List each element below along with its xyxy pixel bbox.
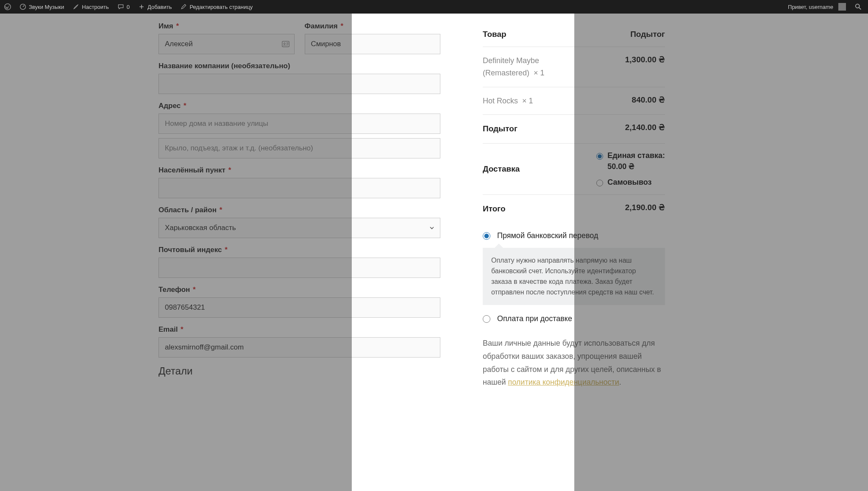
summary-item-price: 1,300.00 ₴ (625, 55, 665, 64)
summary-subtotal-value: 2,140.00 ₴ (625, 122, 665, 132)
svg-point-2 (856, 4, 860, 8)
summary-item-row: Hot Rocks × 1 840.00 ₴ (483, 87, 665, 115)
first-name-input[interactable] (159, 34, 295, 54)
wordpress-icon (4, 3, 11, 10)
postcode-label: Почтовый индекс * (159, 246, 440, 254)
summary-total-row: Итого 2,190.00 ₴ (483, 195, 665, 223)
email-input[interactable] (159, 337, 440, 358)
comments-link[interactable]: 0 (113, 0, 134, 14)
site-name-link[interactable]: Звуки Музыки (15, 0, 68, 14)
contact-card-icon (281, 39, 290, 49)
payment-methods: Прямой банковский перевод Оплату нужно н… (483, 223, 665, 389)
postcode-input[interactable] (159, 258, 440, 278)
greeting-link[interactable]: Привет, username (784, 0, 850, 14)
payment-option-cod[interactable]: Оплата при доставке (483, 308, 665, 329)
first-name-label: Имя * (159, 22, 295, 31)
last-name-input[interactable] (305, 34, 441, 54)
add-new-label: Добавить (147, 4, 172, 10)
shipping-option-label: Самовывоз (607, 178, 651, 187)
shipping-radio-pickup[interactable] (596, 180, 603, 186)
plus-icon (138, 3, 145, 10)
checkout-page: Имя * Фамилия * Название компании (необя… (0, 14, 868, 491)
wp-admin-bar: Звуки Музыки Настроить 0 Добавить Редакт… (0, 0, 868, 14)
city-input[interactable] (159, 178, 440, 198)
shipping-option-pickup[interactable]: Самовывоз (596, 178, 665, 187)
phone-input[interactable] (159, 297, 440, 318)
state-select[interactable]: Харьковская область (159, 218, 440, 238)
phone-label: Телефон * (159, 286, 440, 294)
address-line1-input[interactable] (159, 114, 440, 134)
summary-shipping-row: Доставка Единая ставка: 50.00 ₴ Самовыво… (483, 144, 665, 195)
order-summary: Товар Подытог Definitely Maybe (Remaster… (470, 22, 678, 491)
summary-item-price: 840.00 ₴ (632, 95, 665, 105)
edit-page-link[interactable]: Редактировать страницу (176, 0, 257, 14)
brush-icon (72, 3, 79, 10)
privacy-policy-link[interactable]: политика конфиденциальности (508, 378, 619, 386)
admin-search[interactable] (850, 0, 866, 14)
payment-description: Оплату нужно направлять напрямую на наш … (483, 248, 665, 305)
site-name-label: Звуки Музыки (29, 4, 64, 10)
summary-header-product: Товар (483, 30, 506, 39)
chevron-down-icon (430, 224, 434, 232)
greeting-label: Привет, username (788, 4, 833, 10)
add-new-link[interactable]: Добавить (134, 0, 176, 14)
billing-form: Имя * Фамилия * Название компании (необя… (159, 22, 440, 491)
wp-logo[interactable] (0, 0, 15, 14)
summary-header-subtotal: Подытог (630, 30, 665, 39)
state-selected-value: Харьковская область (165, 224, 236, 232)
last-name-label: Фамилия * (305, 22, 441, 31)
summary-total-label: Итого (483, 203, 506, 215)
city-label: Населённый пункт * (159, 166, 440, 175)
summary-subtotal-label: Подытог (483, 122, 517, 135)
edit-page-label: Редактировать страницу (189, 4, 253, 10)
search-icon (854, 3, 862, 11)
company-label: Название компании (необязательно) (159, 62, 440, 70)
payment-radio-bank-transfer[interactable] (483, 232, 490, 240)
summary-item-row: Definitely Maybe (Remastered) × 1 1,300.… (483, 47, 665, 87)
shipping-option-price: 50.00 ₴ (607, 162, 665, 171)
company-input[interactable] (159, 74, 440, 94)
shipping-radio-flat-rate[interactable] (596, 153, 603, 160)
payment-option-label: Оплата при доставке (497, 314, 572, 323)
payment-option-label: Прямой банковский перевод (497, 231, 598, 240)
state-label: Область / район * (159, 206, 440, 214)
payment-option-bank-transfer[interactable]: Прямой банковский перевод (483, 225, 665, 246)
summary-header-row: Товар Подытог (483, 22, 665, 47)
comments-count: 0 (127, 4, 130, 10)
payment-radio-cod[interactable] (483, 315, 490, 323)
summary-item-name: Hot Rocks × 1 (483, 95, 533, 107)
details-heading: Детали (159, 365, 440, 377)
avatar (838, 3, 846, 11)
shipping-option-flat-rate[interactable]: Единая ставка: 50.00 ₴ (596, 151, 665, 171)
summary-shipping-label: Доставка (483, 163, 520, 175)
svg-point-4 (284, 43, 285, 44)
privacy-notice: Ваши личные данные будут использоваться … (483, 337, 665, 388)
email-label: Email * (159, 325, 440, 334)
customize-link[interactable]: Настроить (68, 0, 113, 14)
summary-total-value: 2,190.00 ₴ (625, 203, 665, 212)
address-label: Адрес * (159, 102, 440, 110)
customize-label: Настроить (82, 4, 109, 10)
pencil-icon (180, 3, 187, 10)
shipping-option-label: Единая ставка: (607, 151, 665, 160)
comment-icon (117, 3, 124, 10)
address-line2-input[interactable] (159, 138, 440, 158)
dashboard-icon (19, 3, 26, 10)
summary-item-name: Definitely Maybe (Remastered) × 1 (483, 55, 583, 79)
summary-subtotal-row: Подытог 2,140.00 ₴ (483, 115, 665, 143)
